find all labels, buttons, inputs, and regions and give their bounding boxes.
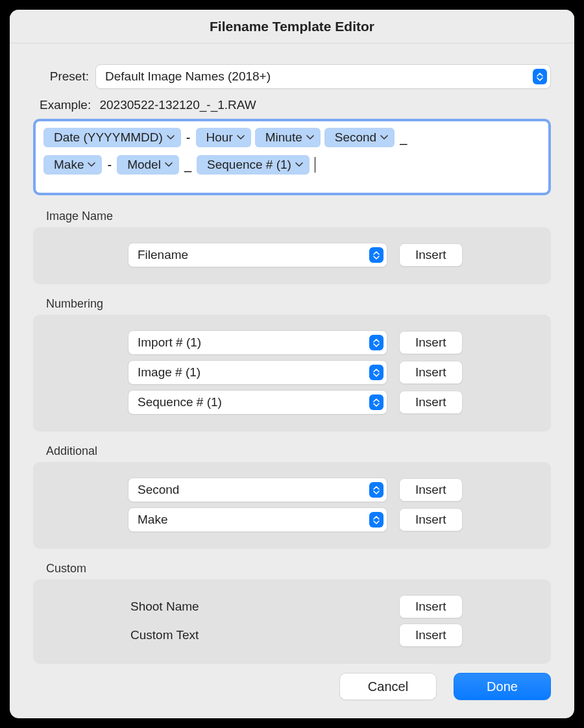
select-sequence-number[interactable]: Sequence # (1) (128, 390, 387, 415)
updown-icon (369, 482, 383, 498)
updown-icon (369, 365, 383, 380)
select-additional-1[interactable]: Second (128, 478, 387, 502)
panel-row: Shoot Name Insert (45, 595, 539, 618)
example-row: Example: 20230522-132120_-_1.RAW (40, 98, 551, 112)
select-value: Sequence # (1) (138, 395, 222, 409)
dialog-content: Preset: Default Image Names (2018+) Exam… (10, 43, 574, 670)
select-image-number[interactable]: Image # (1) (128, 360, 387, 385)
updown-icon (369, 247, 383, 263)
select-value: Make (138, 513, 167, 527)
insert-button[interactable]: Insert (399, 243, 463, 267)
token-label: Hour (206, 130, 233, 145)
section-panel-numbering: Import # (1) Insert Image # (1) (33, 315, 551, 431)
chevron-down-icon (306, 135, 314, 140)
chevron-down-icon (237, 135, 245, 140)
token-minute[interactable]: Minute (255, 128, 321, 147)
token-second[interactable]: Second (324, 128, 395, 147)
insert-button[interactable]: Insert (399, 331, 463, 354)
chevron-down-icon (165, 162, 173, 167)
select-value: Import # (1) (138, 335, 201, 350)
chevron-down-icon (380, 135, 388, 140)
select-value: Image # (1) (138, 365, 201, 380)
select-value: Second (138, 483, 179, 497)
section-panel-custom: Shoot Name Insert Custom Text Insert (33, 579, 551, 664)
updown-icon (369, 512, 383, 528)
panel-row: Import # (1) Insert (45, 330, 539, 355)
token-label: Model (127, 158, 161, 172)
section-label-image-name: Image Name (46, 210, 551, 223)
token-model[interactable]: Model (117, 155, 179, 175)
token-make[interactable]: Make (43, 155, 102, 175)
insert-button[interactable]: Insert (399, 391, 463, 414)
select-additional-2[interactable]: Make (128, 507, 387, 532)
select-filename[interactable]: Filename (128, 243, 387, 267)
dialog-title: Filename Template Editor (10, 10, 574, 43)
section-panel-additional: Second Insert Make Insert (33, 462, 551, 549)
template-field[interactable]: Date (YYYYMMDD) - Hour Minute Second _ M… (33, 119, 551, 195)
separator-dash: - (106, 158, 113, 173)
select-import-number[interactable]: Import # (1) (128, 330, 387, 355)
section-panel-image-name: Filename Insert (33, 227, 551, 284)
chevron-down-icon (167, 135, 175, 140)
panel-row: Sequence # (1) Insert (45, 390, 539, 415)
panel-row: Make Insert (45, 507, 539, 532)
separator-dash: - (185, 130, 192, 145)
chevron-down-icon (295, 162, 303, 167)
updown-icon (533, 69, 547, 84)
token-label: Make (54, 158, 84, 172)
token-hour[interactable]: Hour (196, 128, 251, 147)
select-value: Filename (138, 248, 188, 262)
preset-label: Preset: (33, 69, 95, 84)
example-value: 20230522-132120_-_1.RAW (99, 98, 256, 112)
section-label-numbering: Numbering (46, 297, 551, 311)
section-label-custom: Custom (46, 562, 551, 576)
token-label: Minute (265, 130, 302, 145)
insert-button[interactable]: Insert (399, 508, 463, 531)
preset-value: Default Image Names (2018+) (105, 69, 271, 84)
panel-row: Image # (1) Insert (45, 360, 539, 385)
insert-button[interactable]: Insert (399, 595, 463, 618)
done-button[interactable]: Done (454, 673, 551, 700)
panel-row: Second Insert (45, 478, 539, 502)
token-label: Date (YYYYMMDD) (54, 130, 163, 145)
panel-row: Custom Text Insert (45, 624, 539, 647)
panel-row: Filename Insert (45, 243, 539, 267)
insert-button[interactable]: Insert (399, 361, 463, 384)
example-label: Example: (40, 98, 91, 112)
updown-icon (369, 335, 383, 350)
token-label: Second (335, 130, 376, 145)
dialog-footer: Cancel Done (10, 670, 574, 718)
dialog-title-text: Filename Template Editor (210, 19, 374, 34)
custom-text-label: Custom Text (128, 628, 387, 642)
insert-button[interactable]: Insert (399, 478, 463, 502)
cancel-button[interactable]: Cancel (339, 673, 437, 700)
section-label-additional: Additional (46, 444, 551, 458)
dialog-window: Filename Template Editor Preset: Default… (10, 10, 574, 718)
chevron-down-icon (88, 162, 95, 167)
custom-shoot-name-label: Shoot Name (128, 600, 387, 614)
token-label: Sequence # (1) (207, 158, 291, 172)
text-caret (315, 157, 315, 173)
insert-button[interactable]: Insert (399, 624, 463, 647)
preset-row: Preset: Default Image Names (2018+) (33, 64, 551, 89)
preset-popup[interactable]: Default Image Names (2018+) (95, 64, 551, 89)
updown-icon (369, 394, 383, 410)
token-sequence[interactable]: Sequence # (1) (197, 155, 310, 175)
separator-underscore: _ (398, 130, 408, 145)
separator-underscore: _ (183, 158, 193, 173)
token-date[interactable]: Date (YYYYMMDD) (43, 128, 181, 147)
